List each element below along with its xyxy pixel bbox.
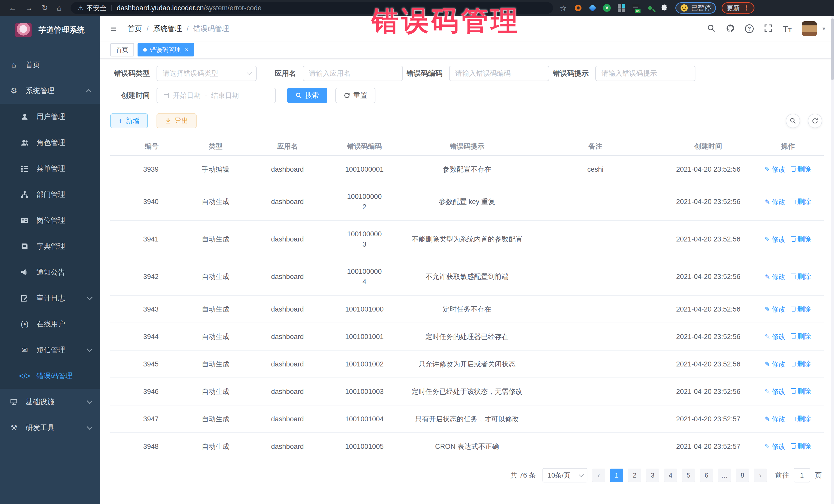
export-button[interactable]: 导出 xyxy=(156,113,197,128)
sidebar-item-notice[interactable]: 通知公告 xyxy=(0,259,100,285)
chevron-down-icon xyxy=(87,424,93,430)
delete-link[interactable]: 删除 xyxy=(792,359,811,369)
add-button[interactable]: + 新增 xyxy=(110,113,148,128)
goto-page-input[interactable] xyxy=(794,468,810,482)
edit-link[interactable]: ✎修改 xyxy=(765,234,786,245)
page-button-6[interactable]: 6 xyxy=(700,468,713,482)
app-name-input[interactable] xyxy=(309,69,397,78)
page-button-4[interactable]: 4 xyxy=(664,468,677,482)
caret-down-icon[interactable]: ▾ xyxy=(822,25,825,32)
sidebar-item-role[interactable]: 角色管理 xyxy=(0,130,100,155)
page-ellipsis-button[interactable]: … xyxy=(718,468,731,482)
extension-orange-icon[interactable] xyxy=(574,4,582,12)
delete-link[interactable]: 删除 xyxy=(792,234,811,244)
sidebar-item-dict[interactable]: 字典管理 xyxy=(0,233,100,259)
edit-link[interactable]: ✎修改 xyxy=(765,304,786,314)
scrollbar-thumb[interactable] xyxy=(831,19,834,80)
page-button-2[interactable]: 2 xyxy=(628,468,641,482)
fullscreen-icon[interactable] xyxy=(764,24,773,34)
page-button-1[interactable]: 1 xyxy=(610,468,623,482)
github-icon[interactable] xyxy=(726,24,735,34)
pencil-icon: ✎ xyxy=(765,164,770,175)
edit-link[interactable]: ✎修改 xyxy=(765,441,786,452)
date-range-picker[interactable]: 开始日期 - 结束日期 xyxy=(156,88,276,103)
delete-link[interactable]: 删除 xyxy=(792,304,811,314)
sidebar-item-label: 菜单管理 xyxy=(37,164,65,174)
sidebar-item-online[interactable]: (•) 在线用户 xyxy=(0,311,100,337)
reload-icon[interactable]: ↻ xyxy=(42,4,48,12)
delete-link[interactable]: 删除 xyxy=(792,164,811,174)
edit-link[interactable]: ✎修改 xyxy=(765,387,786,397)
column-header-type: 类型 xyxy=(177,137,254,155)
breadcrumb-system[interactable]: 系统管理 xyxy=(153,24,182,34)
sidebar-item-menu[interactable]: 菜单管理 xyxy=(0,155,100,181)
breadcrumb-home[interactable]: 首页 xyxy=(128,24,142,34)
cell-no: 3944 xyxy=(110,323,177,350)
delete-link[interactable]: 删除 xyxy=(792,414,811,424)
errcode-msg-input[interactable] xyxy=(601,69,689,78)
reset-button[interactable]: 重置 xyxy=(335,88,375,103)
close-icon[interactable]: × xyxy=(185,46,188,53)
cell-ops: ✎修改删除 xyxy=(752,323,824,350)
delete-link[interactable]: 删除 xyxy=(792,331,811,342)
delete-link[interactable]: 删除 xyxy=(792,441,811,452)
sidebar-item-audit[interactable]: 审计日志 xyxy=(0,285,100,311)
delete-link[interactable]: 删除 xyxy=(792,271,811,282)
extension-key-icon[interactable] xyxy=(646,4,654,12)
active-dot xyxy=(143,48,147,51)
forward-icon[interactable]: → xyxy=(25,4,33,12)
edit-link[interactable]: ✎修改 xyxy=(765,197,786,207)
edit-link[interactable]: ✎修改 xyxy=(765,332,786,342)
update-chip[interactable]: 更新 ⋮ xyxy=(722,2,754,14)
prev-page-button[interactable]: ‹ xyxy=(592,468,605,482)
sidebar-item-errcode[interactable]: </> 错误码管理 xyxy=(0,363,100,389)
logo-row[interactable]: 芋道管理系统 xyxy=(0,16,100,44)
sidebar-item-dept[interactable]: 部门管理 xyxy=(0,181,100,207)
extension-onenote-icon[interactable]: on xyxy=(632,4,639,12)
sidebar-fold-icon[interactable]: ≡ xyxy=(110,23,116,35)
toggle-search-button[interactable] xyxy=(786,114,800,128)
errcode-type-select[interactable]: 请选择错误码类型 xyxy=(156,66,257,81)
sidebar-item-sms[interactable]: ✉ 短信管理 xyxy=(0,337,100,363)
sidebar-item-user[interactable]: 用户管理 xyxy=(0,104,100,130)
address-bar[interactable]: ⚠ 不安全 dashboard.yudao.iocoder.cn/system/… xyxy=(70,2,553,14)
errcode-code-input[interactable] xyxy=(455,69,543,78)
page-size-select[interactable]: 10条/页 xyxy=(543,468,587,482)
delete-link[interactable]: 删除 xyxy=(792,386,811,396)
sidebar-item-infra[interactable]: 基础设施 xyxy=(0,389,100,415)
tag-home[interactable]: 首页 xyxy=(110,43,134,57)
bookmark-star-icon[interactable]: ☆ xyxy=(560,4,567,13)
sidebar-item-home[interactable]: ⌂ 首页 xyxy=(0,52,100,78)
browser-menu-icon[interactable]: ⋮ xyxy=(743,4,750,12)
sidebar-item-label: 审计日志 xyxy=(37,293,65,303)
extension-gem-icon[interactable] xyxy=(589,4,596,12)
home-icon[interactable]: ⌂ xyxy=(57,4,61,12)
back-icon[interactable]: ← xyxy=(9,4,17,12)
extensions-puzzle-icon[interactable] xyxy=(660,4,668,12)
help-icon[interactable]: ? xyxy=(745,24,754,33)
page-button-5[interactable]: 5 xyxy=(682,468,695,482)
user-avatar[interactable] xyxy=(802,21,817,36)
column-header-memo: 备注 xyxy=(526,137,665,155)
sidebar-item-system[interactable]: ⚙ 系统管理 xyxy=(0,78,100,104)
edit-link[interactable]: ✎修改 xyxy=(765,164,786,175)
edit-link[interactable]: ✎修改 xyxy=(765,359,786,369)
search-button[interactable]: 搜索 xyxy=(287,88,327,103)
extension-grid-icon[interactable] xyxy=(617,4,625,12)
font-size-icon[interactable]: TT xyxy=(783,24,792,34)
window-scrollbar[interactable] xyxy=(831,16,834,504)
sidebar-item-devtool[interactable]: ⚒ 研发工具 xyxy=(0,415,100,441)
page-button-8[interactable]: 8 xyxy=(736,468,749,482)
edit-link[interactable]: ✎修改 xyxy=(765,272,786,282)
sidebar-item-post[interactable]: 岗位管理 xyxy=(0,207,100,233)
page-button-3[interactable]: 3 xyxy=(646,468,659,482)
refresh-table-button[interactable] xyxy=(808,114,822,128)
tag-errcode[interactable]: 错误码管理 × xyxy=(137,43,194,57)
next-page-button[interactable]: › xyxy=(754,468,767,482)
extension-v-icon[interactable]: V xyxy=(603,4,611,12)
edit-link[interactable]: ✎修改 xyxy=(765,414,786,424)
delete-link[interactable]: 删除 xyxy=(792,197,811,207)
profile-paused-chip[interactable]: 已暂停 xyxy=(675,2,716,14)
search-icon[interactable] xyxy=(707,24,716,34)
paused-label: 已暂停 xyxy=(691,4,711,13)
